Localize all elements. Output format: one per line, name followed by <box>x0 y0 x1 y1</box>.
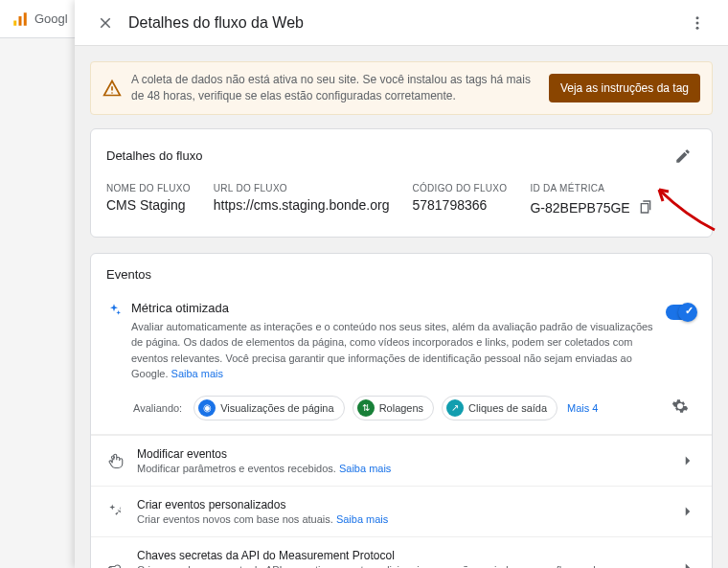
backdrop-logo-text: Googl <box>34 11 68 26</box>
chip-outbound: ↗Cliques de saída <box>442 396 557 420</box>
svg-rect-0 <box>13 20 16 25</box>
evaluating-label: Avaliando: <box>133 402 182 414</box>
key-icon <box>107 559 125 568</box>
stream-details-card: Detalhes do fluxo NOME DO FLUXO CMS Stag… <box>90 128 713 238</box>
warning-icon <box>102 79 122 98</box>
close-button[interactable] <box>90 8 121 38</box>
api-secrets-row[interactable]: Chaves secretas da API do Measurement Pr… <box>91 536 712 568</box>
chip-pageviews: ◉Visualizações de página <box>193 396 344 420</box>
enhanced-learn-more-link[interactable]: Saiba mais <box>171 368 223 379</box>
svg-point-5 <box>696 26 699 29</box>
svg-point-3 <box>696 16 699 19</box>
chevron-right-icon <box>679 559 696 568</box>
chevron-right-icon <box>679 503 696 520</box>
svg-rect-1 <box>19 16 22 26</box>
panel-header: Detalhes do fluxo da Web <box>75 0 728 46</box>
chevron-right-icon <box>679 452 696 469</box>
sparkle-cursor-icon <box>107 503 125 520</box>
sparkle-icon <box>106 303 122 318</box>
stream-code: CÓDIGO DO FLUXO 5781798366 <box>412 183 507 219</box>
app-backdrop: Googl <box>0 0 75 38</box>
enhanced-measurement-desc: Avaliar automaticamente as interações e … <box>131 319 656 382</box>
hand-touch-icon <box>107 452 125 469</box>
view-tag-instructions-button[interactable]: Veja as instruções da tag <box>549 74 700 102</box>
svg-rect-2 <box>24 12 27 26</box>
scroll-icon: ⇅ <box>357 399 375 417</box>
enhanced-settings-button[interactable] <box>671 398 696 418</box>
edit-stream-button[interactable] <box>670 143 696 170</box>
modify-events-learn-more[interactable]: Saiba mais <box>339 463 391 474</box>
create-events-row[interactable]: Criar eventos personalizados Criar event… <box>91 486 712 536</box>
create-events-learn-more[interactable]: Saiba mais <box>336 513 388 525</box>
copy-icon <box>638 199 653 215</box>
panel-body: A coleta de dados não está ativa no seu … <box>75 46 728 568</box>
pencil-icon <box>674 148 692 165</box>
stream-name: NOME DO FLUXO CMS Staging <box>106 183 191 219</box>
copy-measurement-id-button[interactable] <box>636 197 655 219</box>
events-card: Eventos Métrica otimizada Avaliar automa… <box>90 253 713 568</box>
events-heading: Eventos <box>91 254 712 295</box>
analytics-logo-icon <box>11 11 29 28</box>
enhanced-measurement-title: Métrica otimizada <box>131 301 656 315</box>
stream-details-heading: Detalhes do fluxo <box>106 148 202 163</box>
close-icon <box>97 14 114 32</box>
more-vert-icon <box>689 14 706 32</box>
exit-icon: ↗ <box>446 399 464 417</box>
chip-scrolls: ⇅Rolagens <box>353 396 434 420</box>
more-chips-link[interactable]: Mais 4 <box>567 402 598 414</box>
svg-point-4 <box>696 21 699 24</box>
gear-icon <box>671 398 689 415</box>
enhanced-measurement: Métrica otimizada Avaliar automaticament… <box>91 295 712 435</box>
eye-icon: ◉ <box>198 399 216 417</box>
detail-panel: Detalhes do fluxo da Web A coleta de dad… <box>75 0 728 568</box>
data-collection-alert: A coleta de dados não está ativa no seu … <box>90 61 713 115</box>
alert-text: A coleta de dados não está ativa no seu … <box>131 72 539 104</box>
enhanced-measurement-toggle[interactable] <box>666 305 696 320</box>
more-menu-button[interactable] <box>682 8 713 38</box>
panel-title: Detalhes do fluxo da Web <box>128 14 682 32</box>
modify-events-row[interactable]: Modificar eventos Modificar parâmetros e… <box>91 435 712 486</box>
stream-url: URL DO FLUXO https://cms.staging.bonde.o… <box>214 183 390 219</box>
svg-point-7 <box>111 92 113 94</box>
measurement-id: ID DA MÉTRICA G-82BEPB75GE <box>530 183 654 219</box>
